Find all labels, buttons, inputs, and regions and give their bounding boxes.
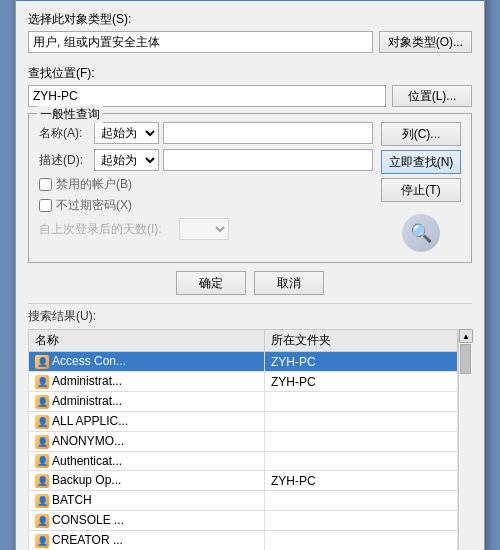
desc-select[interactable]: 起始为 (94, 149, 159, 171)
cell-name: 👤BATCH (29, 491, 265, 511)
user-icon: 👤 (35, 494, 49, 508)
location-button[interactable]: 位置(L)... (392, 85, 472, 107)
desc-row: 描述(D): 起始为 (39, 149, 373, 171)
disabled-checkbox[interactable] (39, 178, 52, 191)
table-row[interactable]: 👤Administrat... (29, 392, 458, 412)
days-input[interactable] (179, 218, 229, 240)
cell-folder: ZYH-PC (264, 471, 457, 491)
select-user-dialog: 选择用户或组 ? ✕ 选择此对象类型(S): 对象类型(O)... 查找位置(F… (15, 0, 485, 550)
results-label: 搜索结果(U): (28, 308, 472, 325)
col-button[interactable]: 列(C)... (381, 122, 461, 146)
cell-folder (264, 411, 457, 431)
user-icon: 👤 (35, 534, 49, 548)
search-form: 名称(A): 起始为 描述(D): 起始为 (39, 122, 373, 252)
disabled-label: 禁用的帐户(B) (56, 176, 132, 193)
disabled-checkbox-row: 禁用的帐户(B) (39, 176, 373, 193)
general-search-title: 一般性查询 (37, 106, 103, 123)
cell-name: 👤Administrat... (29, 372, 265, 392)
days-row: 自上次登录后的天数(I): (39, 218, 373, 240)
location-input-row: 位置(L)... (28, 85, 472, 107)
search-icon: 🔍 (402, 214, 440, 252)
cancel-button[interactable]: 取消 (254, 271, 324, 295)
object-type-row: 选择此对象类型(S): 对象类型(O)... (28, 11, 472, 59)
cell-name: 👤Backup Op... (29, 471, 265, 491)
table-row[interactable]: 👤ANONYMO... (29, 431, 458, 451)
days-label: 自上次登录后的天数(I): (39, 221, 179, 238)
no-expire-checkbox[interactable] (39, 199, 52, 212)
user-icon: 👤 (35, 375, 49, 389)
table-row[interactable]: 👤Administrat... ZYH-PC (29, 372, 458, 392)
table-row[interactable]: 👤Authenticat... (29, 451, 458, 471)
right-buttons: 列(C)... 立即查找(N) 停止(T) 🔍 (381, 122, 461, 252)
table-row[interactable]: 👤Access Con... ZYH-PC (29, 352, 458, 372)
name-label: 名称(A): (39, 125, 94, 142)
location-input[interactable] (28, 85, 386, 107)
search-icon-area: 🔍 (381, 214, 461, 252)
location-label: 查找位置(F): (28, 65, 472, 82)
cell-folder (264, 530, 457, 550)
desc-label: 描述(D): (39, 152, 94, 169)
scroll-up-button[interactable]: ▲ (459, 329, 473, 343)
search-content: 名称(A): 起始为 描述(D): 起始为 (39, 122, 461, 252)
scroll-thumb[interactable] (460, 344, 471, 374)
object-type-button[interactable]: 对象类型(O)... (379, 31, 472, 53)
find-button[interactable]: 立即查找(N) (381, 150, 461, 174)
cell-folder (264, 392, 457, 412)
cell-name: 👤CONSOLE ... (29, 511, 265, 531)
general-search-group: 一般性查询 名称(A): 起始为 描述(D): (28, 113, 472, 263)
col-folder-header: 所在文件夹 (264, 330, 457, 352)
object-type-input[interactable] (28, 31, 373, 53)
user-icon: 👤 (35, 435, 49, 449)
object-type-label: 选择此对象类型(S): (28, 11, 472, 28)
cell-folder (264, 431, 457, 451)
cell-folder (264, 491, 457, 511)
results-section: 搜索结果(U): 名称 所在文件夹 👤Access Con... ZYH-PC … (28, 303, 472, 550)
bottom-buttons: 确定 取消 (28, 271, 472, 295)
user-icon: 👤 (35, 355, 49, 369)
cell-folder: ZYH-PC (264, 372, 457, 392)
cell-name: 👤CREATOR ... (29, 530, 265, 550)
object-type-input-row: 对象类型(O)... (28, 31, 472, 53)
cell-folder (264, 451, 457, 471)
table-row[interactable]: 👤CONSOLE ... (29, 511, 458, 531)
results-table: 名称 所在文件夹 👤Access Con... ZYH-PC 👤Administ… (28, 329, 458, 550)
vertical-scrollbar[interactable]: ▲ ▼ (458, 329, 472, 550)
table-row[interactable]: 👤CREATOR ... (29, 530, 458, 550)
desc-input[interactable] (163, 149, 373, 171)
user-icon: 👤 (35, 474, 49, 488)
cell-name: 👤ANONYMO... (29, 431, 265, 451)
cell-name: 👤Administrat... (29, 392, 265, 412)
cell-folder: ZYH-PC (264, 352, 457, 372)
user-icon: 👤 (35, 395, 49, 409)
name-select[interactable]: 起始为 (94, 122, 159, 144)
name-input[interactable] (163, 122, 373, 144)
location-section: 查找位置(F): 位置(L)... (28, 65, 472, 107)
cell-name: 👤ALL APPLIC... (29, 411, 265, 431)
table-row[interactable]: 👤ALL APPLIC... (29, 411, 458, 431)
cell-name: 👤Access Con... (29, 352, 265, 372)
user-icon: 👤 (35, 454, 49, 468)
no-expire-label: 不过期密码(X) (56, 197, 132, 214)
table-row[interactable]: 👤Backup Op... ZYH-PC (29, 471, 458, 491)
name-row: 名称(A): 起始为 (39, 122, 373, 144)
table-row[interactable]: 👤BATCH (29, 491, 458, 511)
stop-button[interactable]: 停止(T) (381, 178, 461, 202)
ok-button[interactable]: 确定 (176, 271, 246, 295)
user-icon: 👤 (35, 415, 49, 429)
cell-folder (264, 511, 457, 531)
dialog-body: 选择此对象类型(S): 对象类型(O)... 查找位置(F): 位置(L)...… (16, 1, 484, 550)
cell-name: 👤Authenticat... (29, 451, 265, 471)
no-expire-checkbox-row: 不过期密码(X) (39, 197, 373, 214)
results-container: 名称 所在文件夹 👤Access Con... ZYH-PC 👤Administ… (28, 329, 472, 550)
col-name-header: 名称 (29, 330, 265, 352)
user-icon: 👤 (35, 514, 49, 528)
